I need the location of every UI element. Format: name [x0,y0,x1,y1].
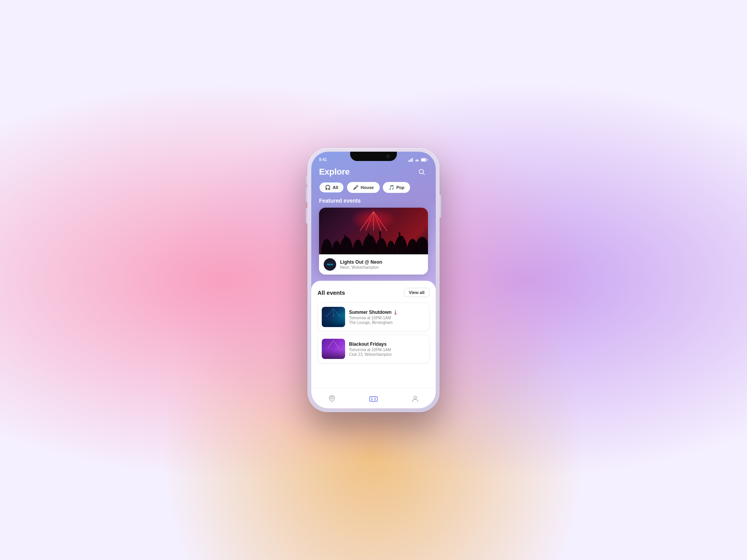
svg-rect-29 [344,235,346,241]
view-all-button[interactable]: View all [404,288,430,297]
volume-down-button [306,208,307,224]
scroll-area[interactable]: Featured events [311,198,436,388]
svg-line-33 [328,341,333,348]
featured-section: Featured events [311,198,436,281]
event-emoji-summer: 🌡️ [393,310,398,315]
event-venue-summer: The Lounge, Birmingham [349,320,425,325]
nav-tickets[interactable] [365,390,382,407]
phone-mockup: 9:41 [307,148,440,412]
status-time: 9:41 [319,158,327,162]
chip-pop-icon: 🎵 [389,185,395,190]
wifi-icon [415,158,419,162]
svg-rect-27 [379,231,381,240]
chip-all-label: All [333,185,338,190]
all-events-header: All events View all [317,288,430,297]
featured-event-venue: Neon, Wolverhampton [340,265,382,270]
event-item-blackout[interactable]: Blackout Fridays Tomorrow at 10PM-1AM Cl… [317,334,430,363]
svg-point-4 [417,161,417,162]
filter-chips: 🎧 All 🎤 House 🎵 Pop [311,182,436,198]
page-title: Explore [319,167,350,177]
thumb-purple-lights [326,341,341,348]
featured-text: Lights Out @ Neon Neon, Wolverhampton [340,259,382,270]
nav-profile[interactable] [407,390,424,407]
search-button[interactable] [416,166,428,178]
svg-rect-2 [411,159,412,162]
event-name-blackout: Blackout Fridays [349,341,425,347]
silent-switch [306,175,307,185]
svg-rect-26 [368,233,369,240]
event-name-summer: Summer Shutdown 🌡️ [349,310,425,315]
chip-house[interactable]: 🎤 House [347,182,380,193]
chip-pop[interactable]: 🎵 Pop [383,182,410,193]
svg-point-20 [375,238,388,254]
profile-icon [411,395,419,402]
svg-point-24 [414,237,428,254]
all-events-title: All events [317,289,345,296]
svg-rect-6 [421,159,426,161]
event-thumbnail-blackout [322,339,345,359]
venue-logo: NEON [324,258,336,271]
front-camera [386,154,390,158]
svg-rect-1 [410,159,410,162]
svg-point-22 [394,236,408,254]
thumb-crowd-overlay [322,315,345,327]
chip-pop-label: Pop [396,185,405,190]
notch [350,152,397,161]
featured-info: NEON Lights Out @ Neon Neon, Wolverhampt… [319,254,428,275]
app-content: Explore 🎧 All 🎤 Hous [311,163,436,408]
event-item-summer[interactable]: Summer Shutdown 🌡️ Tomorrow at 10PM-1AM … [317,303,430,331]
svg-point-35 [331,397,333,399]
status-icons [409,158,428,162]
event-thumbnail-summer [322,307,345,327]
event-time-blackout: Tomorrow at 10PM-1AM [349,348,425,352]
all-events-section: All events View all [311,281,436,388]
featured-section-title: Featured events [319,198,428,204]
volume-up-button [306,187,307,202]
signal-icon [409,158,413,162]
purple-crowd [322,349,345,359]
nav-location[interactable] [323,390,340,407]
featured-event-name: Lights Out @ Neon [340,259,382,265]
event-time-summer: Tomorrow at 10PM-1AM [349,316,425,320]
svg-rect-0 [409,160,409,162]
svg-rect-7 [427,159,428,161]
svg-point-19 [362,235,377,254]
svg-rect-28 [399,232,400,240]
chip-house-label: House [361,185,374,190]
event-details-summer: Summer Shutdown 🌡️ Tomorrow at 10PM-1AM … [349,310,425,325]
chip-all[interactable]: 🎧 All [319,182,344,193]
power-button [440,194,441,218]
phone-body: 9:41 [307,148,440,412]
battery-icon [421,158,428,162]
search-icon [418,168,425,175]
svg-point-18 [352,240,363,254]
chip-all-icon: 🎧 [325,185,331,190]
svg-point-38 [374,398,375,399]
featured-card[interactable]: NEON Lights Out @ Neon Neon, Wolverhampt… [319,208,428,275]
svg-point-39 [414,396,416,399]
bottom-navigation [311,388,436,408]
event-details-blackout: Blackout Fridays Tomorrow at 10PM-1AM Cl… [349,341,425,357]
chip-house-icon: 🎤 [353,185,359,190]
event-venue-blackout: Club 23, Wolverhampton [349,352,425,357]
location-icon [328,395,336,402]
svg-point-15 [321,239,333,254]
svg-point-17 [339,237,353,254]
svg-rect-3 [412,158,413,162]
svg-line-9 [423,173,424,175]
svg-point-37 [371,398,372,399]
svg-line-34 [333,341,339,348]
svg-rect-36 [370,397,377,401]
crowd-silhouette [319,223,428,254]
app-header: Explore [311,163,436,182]
featured-image [319,208,428,254]
phone-screen: 9:41 [311,152,436,408]
tickets-icon [369,395,378,402]
